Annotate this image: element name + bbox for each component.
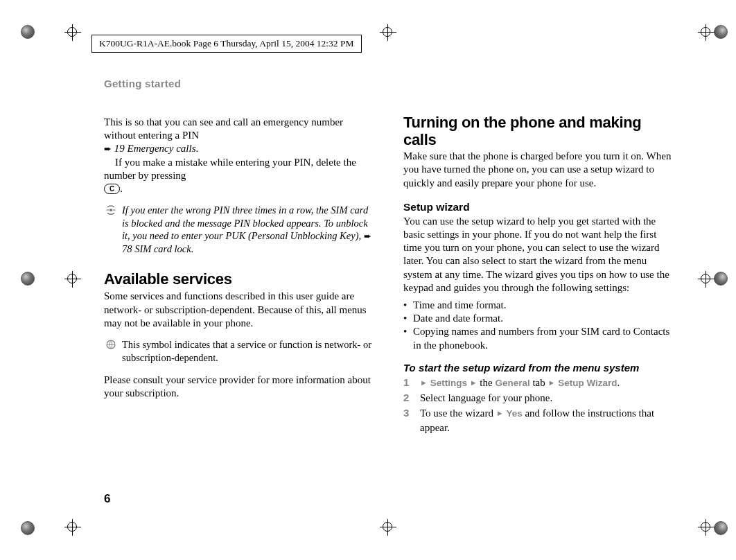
nav-arrow-icon: ►	[470, 378, 477, 387]
menu-token: Yes	[506, 408, 522, 419]
body-paragraph: This is so that you can see and call an …	[104, 116, 373, 195]
bullet-list: Time and time format. Date and date form…	[403, 299, 672, 352]
body-paragraph: Some services and functions described in…	[104, 290, 373, 330]
crop-mark	[696, 269, 717, 290]
warning-icon	[104, 204, 118, 255]
cross-ref: 19 Emergency calls	[114, 143, 196, 154]
nav-arrow-icon: ►	[420, 378, 428, 387]
arrow-icon: ➨	[104, 143, 112, 154]
crop-mark	[62, 517, 83, 538]
body-paragraph: You can use the setup wizard to help you…	[403, 215, 672, 295]
para-text: This is so that you can see and call an …	[104, 116, 343, 141]
menu-token: Setup Wizard	[558, 378, 617, 388]
note-text: This symbol indicates that a service or …	[122, 338, 373, 364]
nav-arrow-icon: ►	[547, 378, 555, 387]
step-item: 3 To use the wizard ► Yes and follow the…	[403, 406, 672, 435]
period: .	[120, 183, 123, 194]
step-body: Select language for your phone.	[420, 391, 552, 405]
print-registration-dot	[21, 25, 35, 39]
step-number: 2	[403, 391, 413, 405]
crop-mark	[696, 517, 717, 538]
note-text: If you enter the wrong PIN three times i…	[122, 204, 373, 255]
period: .	[617, 377, 620, 388]
step-number: 3	[403, 406, 413, 435]
step-body: To use the wizard ► Yes and follow the i…	[420, 406, 672, 435]
step-text: tab	[530, 377, 548, 388]
print-registration-dot	[21, 521, 35, 535]
section-label: Getting started	[104, 78, 373, 89]
note-body: If you enter the wrong PIN three times i…	[122, 204, 368, 241]
period: .	[196, 143, 199, 154]
step-number: 1	[403, 376, 413, 390]
page-number: 6	[104, 492, 110, 506]
step-list: 1 ► Settings ► the General tab ► Setup W…	[403, 376, 672, 435]
para-text: If you make a mistake while entering you…	[104, 156, 373, 182]
svg-point-0	[109, 209, 112, 211]
step-body: ► Settings ► the General tab ► Setup Wiz…	[420, 376, 620, 390]
list-item: Copying names and numbers from your SIM …	[403, 325, 672, 351]
page-meta-text: K700UG-R1A-AE.book Page 6 Thursday, Apri…	[99, 38, 354, 49]
heading-turning-on: Turning on the phone and making calls	[403, 114, 672, 148]
crop-mark	[62, 269, 83, 290]
step-item: 1 ► Settings ► the General tab ► Setup W…	[403, 376, 672, 390]
c-key-icon: C	[104, 184, 120, 194]
heading-available-services: Available services	[104, 270, 373, 288]
body-paragraph: Make sure that the phone is charged befo…	[403, 150, 672, 190]
procedure-heading: To start the setup wizard from the menu …	[403, 362, 672, 374]
print-registration-dot	[21, 272, 35, 286]
crop-mark	[62, 22, 83, 43]
network-icon	[104, 338, 118, 364]
list-item: Date and date format.	[403, 312, 672, 325]
menu-token: Settings	[430, 378, 467, 388]
body-paragraph: Please consult your service provider for…	[104, 374, 373, 400]
crop-mark	[696, 22, 717, 43]
heading-setup-wizard: Setup wizard	[403, 201, 672, 213]
crop-mark	[378, 22, 398, 43]
cross-ref: 78 SIM card lock.	[122, 243, 193, 254]
page-meta-box: K700UG-R1A-AE.book Page 6 Thursday, Apri…	[91, 35, 362, 53]
step-item: 2 Select language for your phone.	[403, 391, 672, 405]
step-text: To use the wizard	[420, 408, 496, 419]
crop-mark	[378, 517, 398, 538]
nav-arrow-icon: ►	[496, 409, 504, 417]
step-text: the	[477, 377, 496, 388]
note-block: This symbol indicates that a service or …	[104, 338, 373, 364]
note-block: If you enter the wrong PIN three times i…	[104, 204, 373, 255]
list-item: Time and time format.	[403, 299, 672, 312]
arrow-icon: ➨	[364, 231, 371, 241]
menu-token: General	[495, 378, 529, 388]
